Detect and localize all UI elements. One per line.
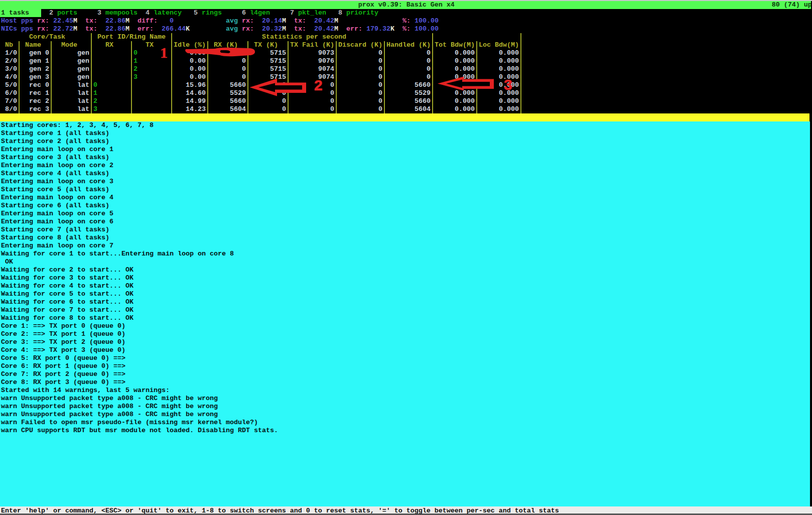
svg-text:1: 1: [160, 44, 168, 61]
svg-text:2: 2: [314, 77, 323, 93]
svg-text:3: 3: [504, 76, 512, 93]
